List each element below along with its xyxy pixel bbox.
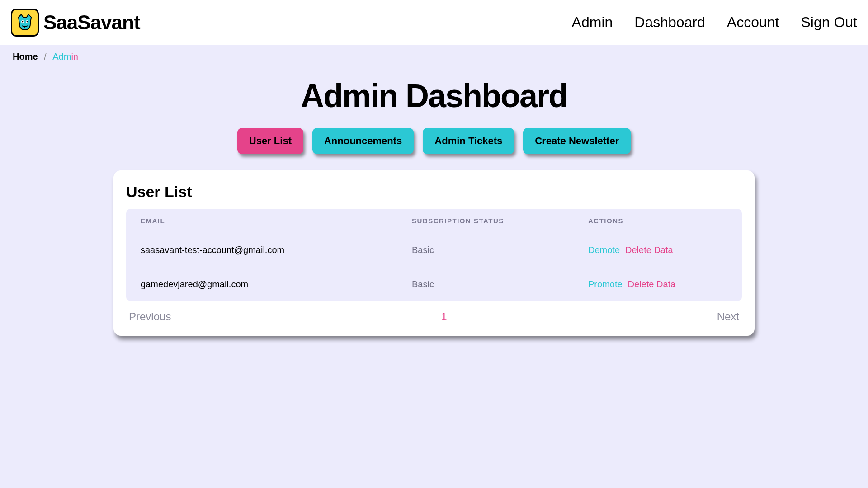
brand-logo-icon — [11, 9, 39, 37]
cell-actions: Demote Delete Data — [588, 245, 727, 255]
cell-actions: Promote Delete Data — [588, 279, 727, 290]
cell-email: gamedevjared@gmail.com — [141, 279, 412, 290]
table-row: saasavant-test-account@gmail.com Basic D… — [126, 233, 742, 267]
svg-point-1 — [22, 21, 24, 22]
action-delete[interactable]: Delete Data — [628, 279, 676, 290]
logo-group[interactable]: SaaSavant — [11, 9, 140, 37]
header: SaaSavant Admin Dashboard Account Sign O… — [0, 0, 868, 45]
col-actions: ACTIONS — [588, 217, 727, 225]
action-delete[interactable]: Delete Data — [625, 245, 673, 255]
tab-admin-tickets[interactable]: Admin Tickets — [423, 128, 514, 154]
svg-point-3 — [27, 21, 28, 22]
breadcrumb-home[interactable]: Home — [13, 52, 38, 61]
action-promote[interactable]: Promote — [588, 279, 623, 290]
nav-admin[interactable]: Admin — [572, 14, 613, 31]
admin-tabs: User List Announcements Admin Tickets Cr… — [0, 128, 868, 154]
breadcrumb-current: Admin — [52, 52, 78, 61]
tab-create-newsletter[interactable]: Create Newsletter — [523, 128, 631, 154]
action-demote[interactable]: Demote — [588, 245, 620, 255]
cell-subscription: Basic — [412, 245, 588, 255]
tab-user-list[interactable]: User List — [237, 128, 303, 154]
user-list-card: User List EMAIL SUBSCRIPTION STATUS ACTI… — [113, 170, 755, 336]
nav-signout[interactable]: Sign Out — [801, 14, 857, 31]
col-subscription: SUBSCRIPTION STATUS — [412, 217, 588, 225]
breadcrumb: Home / Admin — [0, 45, 868, 68]
table-header: EMAIL SUBSCRIPTION STATUS ACTIONS — [126, 209, 742, 233]
col-email: EMAIL — [141, 217, 412, 225]
breadcrumb-separator: / — [44, 52, 47, 61]
cell-email: saasavant-test-account@gmail.com — [141, 245, 412, 255]
user-list-title: User List — [126, 183, 742, 201]
pager-page-number[interactable]: 1 — [441, 310, 447, 323]
cell-subscription: Basic — [412, 279, 588, 290]
pager-previous[interactable]: Previous — [129, 310, 171, 323]
top-nav: Admin Dashboard Account Sign Out — [572, 14, 857, 31]
tab-announcements[interactable]: Announcements — [312, 128, 414, 154]
brand-name: SaaSavant — [43, 11, 140, 34]
page-title: Admin Dashboard — [0, 77, 868, 114]
table-row: gamedevjared@gmail.com Basic Promote Del… — [126, 267, 742, 301]
pagination: Previous 1 Next — [126, 310, 742, 326]
user-table: EMAIL SUBSCRIPTION STATUS ACTIONS saasav… — [126, 209, 742, 301]
nav-account[interactable]: Account — [727, 14, 779, 31]
nav-dashboard[interactable]: Dashboard — [634, 14, 705, 31]
pager-next[interactable]: Next — [717, 310, 739, 323]
